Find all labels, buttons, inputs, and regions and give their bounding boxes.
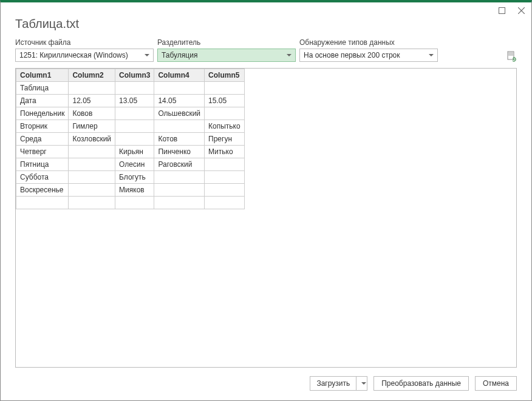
- table-row: [16, 197, 245, 209]
- transform-button-label: Преобразовать данные: [381, 379, 461, 388]
- table-cell: [115, 133, 154, 146]
- delimiter-label: Разделитель: [157, 38, 296, 47]
- table-cell: [69, 158, 115, 171]
- table-cell: Дата: [16, 95, 69, 107]
- table-cell: Козловский: [69, 133, 115, 146]
- column-header[interactable]: Column5: [205, 69, 245, 82]
- table-cell: Копытько: [205, 120, 245, 133]
- load-button[interactable]: Загрузить: [310, 376, 367, 391]
- table-cell: [154, 82, 205, 95]
- table-cell: Понедельник: [16, 107, 69, 120]
- table-cell: Четверг: [16, 146, 69, 158]
- chevron-down-icon: [429, 54, 434, 56]
- table-cell: Мияков: [115, 184, 154, 197]
- source-dropdown[interactable]: 1251: Кириллическая (Windows): [15, 49, 154, 62]
- table-cell: 14.05: [154, 95, 205, 107]
- table-cell: 12.05: [69, 95, 115, 107]
- table-row: ВторникГимлерКопытько: [16, 120, 245, 133]
- window-controls: [497, 6, 525, 15]
- column-header[interactable]: Column3: [115, 69, 154, 82]
- table-cell: [154, 120, 205, 133]
- chevron-down-icon: [287, 54, 292, 56]
- table-cell: [69, 171, 115, 184]
- table-row: ПятницаОлесинРаговский: [16, 158, 245, 171]
- table-cell: Воскресенье: [16, 184, 69, 197]
- delimiter-value: Табуляция: [162, 51, 197, 59]
- table-row: СубботаБлогуть: [16, 171, 245, 184]
- detection-value: На основе первых 200 строк: [304, 51, 400, 59]
- table-cell: Олесин: [115, 158, 154, 171]
- table-cell: Кирьян: [115, 146, 154, 158]
- load-button-label: Загрузить: [310, 377, 356, 390]
- delimiter-dropdown[interactable]: Табуляция: [157, 49, 296, 62]
- table-cell: [205, 184, 245, 197]
- table-cell: Прегун: [205, 133, 245, 146]
- chevron-down-icon[interactable]: [356, 377, 367, 390]
- options-row: Источник файла 1251: Кириллическая (Wind…: [15, 38, 517, 62]
- table-row: СредаКозловскийКотовПрегун: [16, 133, 245, 146]
- table-cell: Ольшевский: [154, 107, 205, 120]
- table-cell: [205, 158, 245, 171]
- table-row: ЧетвергКирьянПинченкоМитько: [16, 146, 245, 158]
- table-cell: [69, 82, 115, 95]
- column-header[interactable]: Column2: [69, 69, 115, 82]
- table-cell: Митько: [205, 146, 245, 158]
- transform-button[interactable]: Преобразовать данные: [373, 376, 469, 391]
- page-title: Таблица.txt: [15, 17, 517, 31]
- table-cell: Пятница: [16, 158, 69, 171]
- table-cell: [205, 107, 245, 120]
- source-label: Источник файла: [15, 38, 154, 47]
- table-cell: Гимлер: [69, 120, 115, 133]
- table-cell: 15.05: [205, 95, 245, 107]
- table-cell: Пинченко: [154, 146, 205, 158]
- table-cell: Блогуть: [115, 171, 154, 184]
- table-cell: [115, 82, 154, 95]
- table-cell: [205, 197, 245, 209]
- maximize-icon[interactable]: [497, 6, 506, 15]
- table-cell: Среда: [16, 133, 69, 146]
- table-row: Дата12.0513.0514.0515.05: [16, 95, 245, 107]
- table-cell: [205, 82, 245, 95]
- detection-label: Обнаружение типов данных: [299, 38, 438, 47]
- table-cell: [205, 171, 245, 184]
- footer-buttons: Загрузить Преобразовать данные Отмена: [15, 368, 517, 391]
- detection-dropdown[interactable]: На основе первых 200 строк: [299, 49, 438, 62]
- table-cell: [69, 184, 115, 197]
- chevron-down-icon: [145, 54, 149, 56]
- table-cell: [154, 184, 205, 197]
- table-cell: Таблица: [16, 82, 69, 95]
- table-row: ВоскресеньеМияков: [16, 184, 245, 197]
- table-row: Таблица: [16, 82, 245, 95]
- refresh-icon[interactable]: [506, 51, 517, 62]
- table-cell: Раговский: [154, 158, 205, 171]
- table-cell: [115, 120, 154, 133]
- table-cell: Ковов: [69, 107, 115, 120]
- table-cell: [69, 197, 115, 209]
- svg-rect-0: [499, 7, 505, 13]
- table-cell: [115, 197, 154, 209]
- table-row: ПонедельникКововОльшевский: [16, 107, 245, 120]
- table-cell: Котов: [154, 133, 205, 146]
- cancel-button-label: Отмена: [483, 379, 509, 388]
- table-cell: [69, 146, 115, 158]
- table-cell: [115, 107, 154, 120]
- table-cell: [154, 171, 205, 184]
- preview-table-area: Column1Column2Column3Column4Column5 Табл…: [15, 68, 517, 368]
- table-cell: [154, 197, 205, 209]
- table-cell: Вторник: [16, 120, 69, 133]
- cancel-button[interactable]: Отмена: [475, 376, 517, 391]
- column-header[interactable]: Column1: [16, 69, 69, 82]
- column-header[interactable]: Column4: [154, 69, 205, 82]
- table-cell: [16, 197, 69, 209]
- preview-table: Column1Column2Column3Column4Column5 Табл…: [16, 69, 245, 209]
- source-value: 1251: Кириллическая (Windows): [19, 51, 128, 59]
- table-cell: 13.05: [115, 95, 154, 107]
- close-icon[interactable]: [517, 6, 525, 15]
- table-cell: Суббота: [16, 171, 69, 184]
